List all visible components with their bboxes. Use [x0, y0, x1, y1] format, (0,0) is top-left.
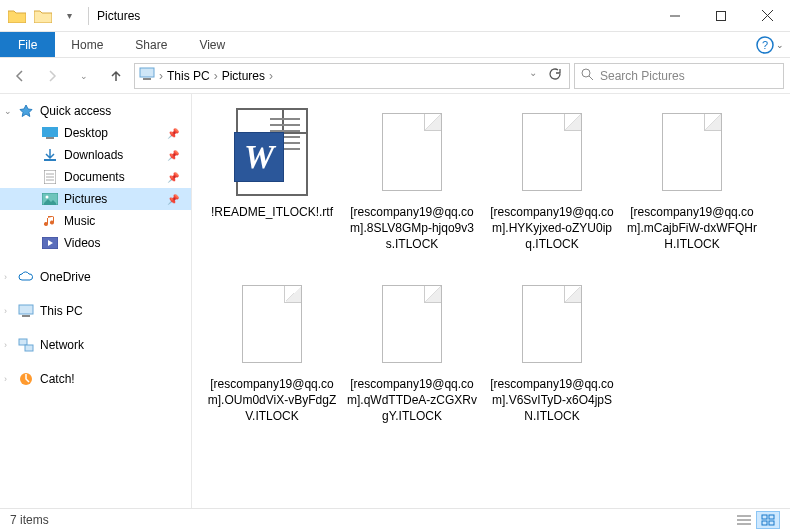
sidebar-quick-access[interactable]: ⌄ Quick access	[0, 100, 191, 122]
item-count: 7 items	[10, 513, 49, 527]
chevron-right-icon[interactable]: ›	[159, 69, 163, 83]
search-icon	[581, 68, 594, 84]
svg-rect-23	[25, 345, 33, 351]
chevron-right-icon[interactable]: ›	[4, 374, 7, 384]
file-name: [rescompany19@qq.com].V6SvITyD-x6O4jpSN.…	[487, 376, 617, 424]
tab-view[interactable]: View	[183, 32, 241, 57]
sidebar-catch[interactable]: › Catch!	[0, 368, 191, 390]
sidebar-item-label: Music	[64, 214, 95, 228]
minimize-button[interactable]	[652, 0, 698, 32]
crumb-this-pc[interactable]: This PC	[167, 69, 210, 83]
tab-share[interactable]: Share	[119, 32, 183, 57]
up-button[interactable]	[102, 62, 130, 90]
sidebar-item-videos[interactable]: Videos	[0, 232, 191, 254]
sidebar-onedrive[interactable]: › OneDrive	[0, 266, 191, 288]
quick-access-toolbar: ▾	[0, 5, 80, 27]
details-view-button[interactable]	[732, 511, 756, 529]
generic-file-icon	[382, 285, 442, 363]
history-chevron-down-icon[interactable]: ⌄	[525, 67, 541, 84]
file-item[interactable]: [rescompany19@qq.com].V6SvITyD-x6O4jpSN.…	[482, 274, 622, 446]
address-actions: ⌄	[525, 67, 565, 84]
icons-view-button[interactable]	[756, 511, 780, 529]
folder-icon	[6, 5, 28, 27]
close-button[interactable]	[744, 0, 790, 32]
svg-rect-28	[762, 515, 767, 519]
separator	[88, 7, 89, 25]
file-name: [rescompany19@qq.com].qWdTTDeA-zCGXRvgY.…	[347, 376, 477, 424]
svg-rect-20	[19, 305, 33, 314]
status-bar: 7 items	[0, 508, 790, 530]
word-document-icon: W	[236, 108, 308, 196]
file-item[interactable]: [rescompany19@qq.com].qWdTTDeA-zCGXRvgY.…	[342, 274, 482, 446]
svg-rect-11	[46, 137, 54, 139]
sidebar-item-desktop[interactable]: Desktop📌	[0, 122, 191, 144]
refresh-button[interactable]	[543, 67, 565, 84]
sidebar-item-pictures[interactable]: Pictures📌	[0, 188, 191, 210]
generic-file-icon	[522, 285, 582, 363]
sidebar-item-music[interactable]: Music	[0, 210, 191, 232]
videos-icon	[42, 235, 58, 251]
sidebar-network[interactable]: › Network	[0, 334, 191, 356]
recent-chevron-down-icon[interactable]: ⌄	[70, 62, 98, 90]
pc-icon	[18, 303, 34, 319]
sidebar-label: This PC	[40, 304, 83, 318]
address-bar: ⌄ › This PC › Pictures › ⌄ Search Pictur…	[0, 58, 790, 94]
tab-home[interactable]: Home	[55, 32, 119, 57]
chevron-right-icon[interactable]: ›	[4, 306, 7, 316]
sidebar-label: OneDrive	[40, 270, 91, 284]
svg-rect-21	[22, 315, 30, 317]
maximize-button[interactable]	[698, 0, 744, 32]
chevron-down-icon[interactable]: ⌄	[4, 106, 12, 116]
svg-rect-1	[717, 11, 726, 20]
downloads-icon	[42, 147, 58, 163]
generic-file-icon	[242, 285, 302, 363]
sidebar-label: Quick access	[40, 104, 111, 118]
file-list[interactable]: W!README_ITLOCK!.rtf[rescompany19@qq.com…	[192, 94, 790, 508]
back-button[interactable]	[6, 62, 34, 90]
chevron-right-icon[interactable]: ›	[214, 69, 218, 83]
chevron-right-icon[interactable]: ›	[4, 340, 7, 350]
network-icon	[18, 337, 34, 353]
svg-point-18	[46, 196, 49, 199]
file-item[interactable]: [rescompany19@qq.com].HYKyjxed-oZYU0ipq.…	[482, 102, 622, 274]
svg-text:?: ?	[762, 39, 768, 51]
sidebar-item-documents[interactable]: Documents📌	[0, 166, 191, 188]
crumb-pictures[interactable]: Pictures	[222, 69, 265, 83]
forward-button[interactable]	[38, 62, 66, 90]
chevron-right-icon[interactable]: ›	[4, 272, 7, 282]
sidebar-item-label: Videos	[64, 236, 100, 250]
file-item[interactable]: [rescompany19@qq.com].mCajbFiW-dxWFQHrH.…	[622, 102, 762, 274]
file-item[interactable]: W!README_ITLOCK!.rtf	[202, 102, 342, 274]
main-area: ⌄ Quick access Desktop📌Downloads📌Documen…	[0, 94, 790, 508]
search-placeholder: Search Pictures	[600, 69, 685, 83]
generic-file-icon	[522, 113, 582, 191]
ribbon-tabs: File Home Share View ? ⌄	[0, 32, 790, 58]
chevron-right-icon[interactable]: ›	[269, 69, 273, 83]
file-name: [rescompany19@qq.com].OUm0dViX-vByFdgZV.…	[207, 376, 337, 424]
sidebar-item-downloads[interactable]: Downloads📌	[0, 144, 191, 166]
svg-rect-30	[762, 521, 767, 525]
file-tab[interactable]: File	[0, 32, 55, 57]
favorites-icon[interactable]	[32, 5, 54, 27]
pin-icon: 📌	[167, 150, 179, 161]
file-item[interactable]: [rescompany19@qq.com].8SLV8GMp-hjqo9v3s.…	[342, 102, 482, 274]
cloud-icon	[18, 269, 34, 285]
navigation-pane: ⌄ Quick access Desktop📌Downloads📌Documen…	[0, 94, 192, 508]
sidebar-this-pc[interactable]: › This PC	[0, 300, 191, 322]
file-name: [rescompany19@qq.com].8SLV8GMp-hjqo9v3s.…	[347, 204, 477, 252]
svg-rect-12	[44, 159, 56, 161]
qat-chevron-down-icon[interactable]: ▾	[58, 5, 80, 27]
svg-rect-7	[143, 78, 151, 80]
sidebar-label: Catch!	[40, 372, 75, 386]
file-item[interactable]: [rescompany19@qq.com].OUm0dViX-vByFdgZV.…	[202, 274, 342, 446]
search-box[interactable]: Search Pictures	[574, 63, 784, 89]
pictures-icon	[42, 191, 58, 207]
svg-rect-10	[42, 127, 58, 137]
pin-icon: 📌	[167, 128, 179, 139]
sidebar-item-label: Pictures	[64, 192, 107, 206]
sidebar-item-label: Documents	[64, 170, 125, 184]
help-button[interactable]: ? ⌄	[750, 32, 790, 57]
breadcrumb-box[interactable]: › This PC › Pictures › ⌄	[134, 63, 570, 89]
window-title: Pictures	[97, 9, 140, 23]
sidebar-item-label: Desktop	[64, 126, 108, 140]
